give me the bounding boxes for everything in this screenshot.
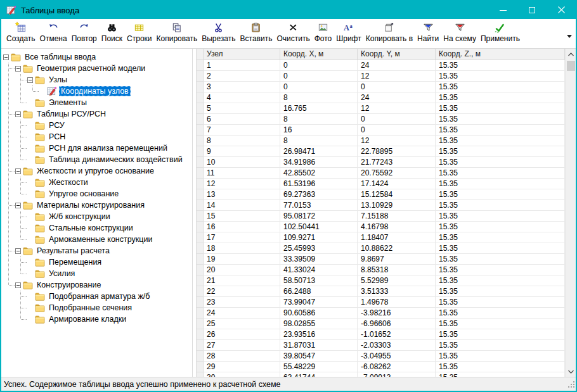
table-cell[interactable]: 7	[204, 125, 280, 136]
column-header[interactable]: Коорд. X, м	[280, 49, 358, 60]
row-header[interactable]	[197, 362, 204, 372]
table-cell[interactable]: 8	[280, 136, 358, 146]
table-cell[interactable]: 24	[358, 60, 436, 71]
tree-item[interactable]: Перемещения	[3, 256, 192, 268]
table-cell[interactable]: 10	[204, 157, 280, 168]
table-cell[interactable]: 13	[204, 189, 280, 200]
table-cell[interactable]: 26.98471	[280, 146, 358, 157]
tree-item[interactable]: Подобранная арматура ж/б	[3, 291, 192, 302]
table-cell[interactable]: 58.50713	[280, 275, 358, 286]
row-header[interactable]	[197, 372, 204, 377]
table-cell[interactable]: 8.85318	[358, 265, 436, 275]
table-cell[interactable]: 15.35	[436, 286, 565, 297]
table-cell[interactable]: 8	[280, 114, 358, 125]
table-cell[interactable]: 63.41744	[280, 372, 358, 377]
tree-item-label[interactable]: Жесткости и упругое основание	[35, 166, 156, 176]
tree-item-label[interactable]: Элементы	[47, 98, 89, 108]
tree-item[interactable]: Таблица динамических воздействий	[3, 154, 192, 165]
table-cell[interactable]: 15.35	[436, 211, 565, 222]
tree-item[interactable]: РСН	[3, 131, 192, 142]
table-cell[interactable]: 30	[204, 372, 280, 377]
table-cell[interactable]: -3.98216	[358, 308, 436, 319]
table-cell[interactable]: 15.35	[436, 146, 565, 157]
table-cell[interactable]: 11	[204, 168, 280, 179]
row-header[interactable]	[197, 340, 204, 351]
toolbar-overflow-button[interactable]	[566, 32, 573, 37]
row-header[interactable]	[197, 125, 204, 136]
row-header[interactable]	[197, 351, 204, 362]
table-cell[interactable]: 23	[204, 297, 280, 308]
table-cell[interactable]: 1.18407	[358, 232, 436, 243]
row-header[interactable]	[197, 71, 204, 82]
table-cell[interactable]: 102.50441	[280, 222, 358, 232]
table-cell[interactable]: 15.35	[436, 189, 565, 200]
table-cell[interactable]: 15.35	[436, 308, 565, 319]
table-cell[interactable]: 33.39509	[280, 254, 358, 265]
table-cell[interactable]: 28	[204, 351, 280, 362]
table-cell[interactable]: 15.35	[436, 275, 565, 286]
toolbar-button-paste[interactable]: Вставить	[239, 20, 274, 48]
tree-item-label[interactable]: Подобранные сечения	[47, 303, 134, 313]
table-cell[interactable]: 0	[280, 71, 358, 82]
row-header[interactable]	[197, 211, 204, 222]
table-cell[interactable]: 13.10929	[358, 200, 436, 211]
column-header[interactable]: Узел	[204, 49, 280, 60]
column-header[interactable]: Коорд. Z., м	[436, 49, 565, 60]
row-header[interactable]	[197, 136, 204, 146]
row-header[interactable]	[197, 232, 204, 243]
table-cell[interactable]: 8	[280, 92, 358, 103]
toolbar-button-filter-red[interactable]: На схему	[442, 20, 477, 48]
tree-item-label[interactable]: Упругое основание	[47, 189, 120, 199]
table-cell[interactable]: 15	[204, 211, 280, 222]
table-cell[interactable]: 15.35	[436, 329, 565, 340]
row-header[interactable]	[197, 114, 204, 125]
table-cell[interactable]: 16	[204, 222, 280, 232]
table-cell[interactable]: 109.9271	[280, 232, 358, 243]
table-cell[interactable]: 2	[204, 71, 280, 82]
table-cell[interactable]: -1.01652	[358, 329, 436, 340]
table-cell[interactable]: 14	[204, 200, 280, 211]
column-header[interactable]: Коорд. Y, м	[358, 49, 436, 60]
table-cell[interactable]: 15.35	[436, 243, 565, 254]
table-cell[interactable]: -6.08262	[358, 362, 436, 372]
table-cell[interactable]: 25	[204, 319, 280, 329]
table-cell[interactable]: 4.16798	[358, 222, 436, 232]
table-cell[interactable]: 41.33024	[280, 265, 358, 275]
row-header[interactable]	[197, 297, 204, 308]
table-cell[interactable]: 61.53196	[280, 179, 358, 189]
tree-item[interactable]: Узлы	[3, 74, 192, 85]
table-cell[interactable]: 16.765	[280, 103, 358, 114]
close-button[interactable]	[547, 1, 576, 19]
table-cell[interactable]: 19	[204, 254, 280, 265]
table-cell[interactable]: 1.49678	[358, 297, 436, 308]
table-cell[interactable]: 42.85502	[280, 168, 358, 179]
row-header[interactable]	[197, 222, 204, 232]
toolbar-button-copy[interactable]: Копировать	[155, 20, 199, 48]
tree-item-label[interactable]: Армокаменные конструкции	[47, 234, 154, 244]
tree-item[interactable]: Усилия	[3, 268, 192, 279]
table-cell[interactable]: 15.35	[436, 114, 565, 125]
row-header[interactable]	[197, 200, 204, 211]
table-cell[interactable]: -2.03303	[358, 340, 436, 351]
scrollbar-thumb[interactable]	[567, 61, 575, 71]
tree-item-label[interactable]: Армирование кладки	[47, 314, 128, 324]
table-cell[interactable]: 22	[204, 286, 280, 297]
table-cell[interactable]: 15.35	[436, 125, 565, 136]
table-cell[interactable]: 55.48229	[280, 362, 358, 372]
table-cell[interactable]: 0	[280, 60, 358, 71]
table-cell[interactable]: 15.35	[436, 71, 565, 82]
tree-item-label[interactable]: Узлы	[47, 75, 69, 85]
table-cell[interactable]: 15.35	[436, 157, 565, 168]
table-cell[interactable]: 90.60586	[280, 308, 358, 319]
table-cell[interactable]: 15.35	[436, 222, 565, 232]
table-cell[interactable]: 16	[280, 125, 358, 136]
collapse-toggle-icon[interactable]	[15, 66, 21, 72]
table-cell[interactable]: 15.12584	[358, 189, 436, 200]
tree-item[interactable]: Конструирование	[3, 279, 192, 291]
collapse-toggle-icon[interactable]	[15, 282, 21, 288]
tree-item[interactable]: Таблицы РСУ/РСН	[3, 108, 192, 120]
table-cell[interactable]: 15.35	[436, 179, 565, 189]
collapse-toggle-icon[interactable]	[27, 77, 33, 83]
table-cell[interactable]: 18	[204, 243, 280, 254]
tree-item[interactable]: Армокаменные конструкции	[3, 234, 192, 245]
